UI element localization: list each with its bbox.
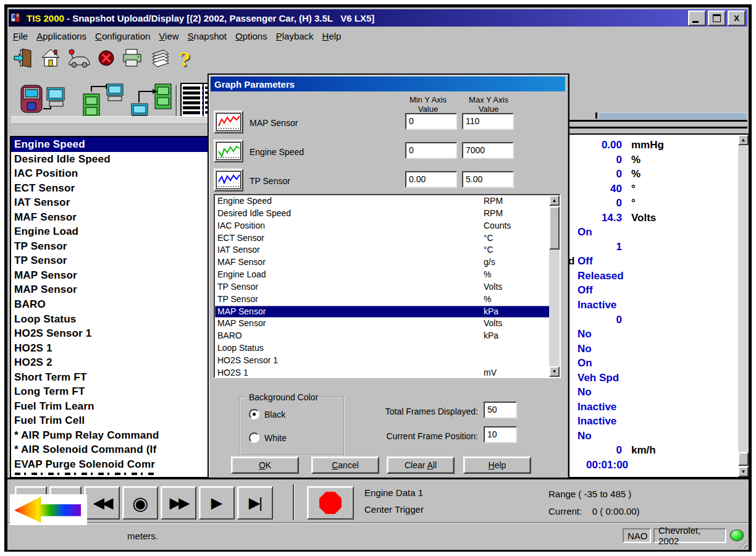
dialog-title-bar[interactable]: Graph Parameters	[211, 77, 565, 91]
value-panel-scrollbar[interactable]: ▲ ▼	[738, 135, 749, 477]
graph2-waveform-icon[interactable]	[214, 140, 243, 162]
app-icon	[11, 13, 23, 23]
clear-all-button[interactable]: Clear All	[387, 457, 455, 474]
parameter-list-item[interactable]: HO2S 2	[11, 355, 209, 370]
parameter-select-item[interactable]: TP SensorVolts	[215, 281, 560, 293]
parameter-select-item[interactable]: Loop Status	[215, 342, 560, 355]
parameter-select-item[interactable]: ECT Sensor°C	[215, 232, 560, 245]
parameter-select-item[interactable]: IAC PositionCounts	[215, 220, 560, 232]
parameter-list-item[interactable]: Engine Speed	[11, 137, 209, 152]
parameter-list-item[interactable]: HO2S 1	[11, 341, 209, 356]
scrollbar-thumb[interactable]	[738, 452, 749, 466]
rewind-button[interactable]: ◀◀	[84, 486, 120, 520]
parameter-select-item[interactable]: HO2S Sensor 1	[215, 355, 560, 367]
play-button[interactable]: ▶	[199, 486, 235, 520]
parameter-list-item[interactable]: * AIR Pump Relay Command	[11, 428, 209, 443]
graph1-min-input[interactable]: 0	[405, 113, 457, 130]
radio-white[interactable]: White	[249, 432, 287, 443]
close-icon[interactable]: X	[728, 11, 746, 26]
parameter-list-item[interactable]: EVAP Purge Solenoid Comr	[11, 457, 209, 472]
record-button[interactable]: ◉	[122, 486, 158, 520]
parameter-select-item[interactable]: Engine SpeedRPM	[215, 195, 560, 208]
parameter-select-item[interactable]: MAF Sensorg/s	[215, 256, 560, 269]
tips-icon[interactable]	[150, 49, 171, 70]
graph3-max-input[interactable]: 5.00	[462, 171, 514, 188]
parameter-list-item[interactable]: * AIR Solenoid Command (If	[11, 442, 209, 457]
vehicle-select-icon[interactable]	[68, 48, 90, 71]
trigger-type: Center Trigger	[364, 504, 424, 515]
help-icon[interactable]: ?	[179, 49, 190, 70]
parameter-select-item[interactable]: Desired Idle SpeedRPM	[215, 208, 560, 220]
menu-item[interactable]: View	[159, 31, 178, 41]
parameter-list-item[interactable]: TP Sensor	[11, 239, 209, 254]
parameter-select-item[interactable]: MAP SensorVolts	[215, 318, 560, 330]
step-end-button[interactable]: ▶|	[237, 486, 273, 520]
parameter-list-item[interactable]: HO2S Sensor 1	[11, 326, 209, 341]
home-icon[interactable]	[41, 48, 60, 71]
menu-item[interactable]: Playback	[276, 31, 314, 41]
graph2-min-input[interactable]: 0	[405, 142, 457, 159]
parameter-list-item[interactable]: Long Term FT	[11, 384, 209, 399]
horizontal-scroll-strip[interactable]	[11, 116, 208, 124]
parameter-value: No	[578, 343, 592, 355]
parameter-select-item[interactable]: MAP SensorkPa	[215, 306, 560, 318]
parameter-select-item[interactable]: HO2S 1mV	[215, 367, 560, 378]
scroll-down-icon[interactable]: ▼	[738, 466, 749, 477]
menu-item[interactable]: Help	[322, 31, 342, 41]
radio-black-icon[interactable]	[249, 409, 259, 419]
parameter-list-item[interactable]: MAP Sensor	[11, 268, 209, 283]
parameter-list-item[interactable]: MAF Sensor	[11, 210, 209, 225]
dialog-list-scrollbar[interactable]: ▲ ▼	[549, 195, 560, 377]
upload-from-tech2-icon[interactable]	[20, 84, 74, 121]
menu-item[interactable]: Applications	[36, 31, 86, 41]
ok-button[interactable]: OK	[231, 457, 299, 474]
radio-white-icon[interactable]	[249, 432, 259, 443]
total-frames-input[interactable]: 50	[484, 402, 517, 418]
graph1-max-input[interactable]: 110	[462, 113, 514, 130]
parameter-list-item[interactable]: Loop Status	[11, 312, 209, 327]
parameter-list-item[interactable]: Engine Load	[11, 224, 209, 239]
cancel-button[interactable]: Cancel	[311, 457, 379, 474]
resize-grip[interactable]	[739, 540, 747, 549]
parameter-list-item[interactable]: Desired Idle Speed	[11, 152, 209, 167]
parameter-list-item[interactable]: BARO	[11, 297, 209, 312]
menu-item[interactable]: Snapshot	[188, 31, 227, 41]
graph2-max-input[interactable]: 7000	[462, 142, 514, 159]
menu-item[interactable]: Configuration	[95, 31, 150, 41]
menu-item[interactable]: File	[13, 31, 28, 41]
value-row: 00:01:00	[568, 458, 737, 473]
stop-icon[interactable]	[98, 49, 114, 70]
graph1-waveform-icon[interactable]	[214, 111, 243, 133]
menu-item[interactable]: Options	[235, 31, 267, 41]
scroll-up-icon[interactable]: ▲	[738, 135, 749, 145]
stop-button[interactable]	[307, 486, 354, 520]
parameter-list-item[interactable]: TP Sensor	[11, 253, 209, 268]
help-button[interactable]: Help	[463, 457, 531, 474]
value-row: 0%	[568, 167, 737, 182]
parameter-select-item[interactable]: IAT Sensor°C	[215, 244, 560, 256]
radio-black[interactable]: Black	[249, 409, 285, 419]
graph3-min-input[interactable]: 0.00	[405, 171, 457, 188]
parameter-list-item[interactable]: Fuel Trim Learn	[11, 399, 209, 414]
parameter-list-item[interactable]: Short Term FT	[11, 370, 209, 385]
current-frame-input[interactable]: 10	[484, 426, 517, 443]
scrollbar-thumb[interactable]	[549, 206, 560, 250]
parameter-list-item[interactable]: IAT Sensor	[11, 195, 209, 210]
scroll-down-icon[interactable]: ▼	[549, 366, 560, 377]
parameter-list-item[interactable]: Fuel Trim Cell	[11, 413, 209, 428]
parameter-list-item[interactable]: IAC Position	[11, 166, 209, 181]
parameter-select-item[interactable]: TP Sensor%	[215, 293, 560, 306]
parameter-select-item[interactable]: BAROkPa	[215, 330, 560, 342]
parameter-list-item[interactable]: MAP Sensor	[11, 282, 209, 297]
scroll-up-icon[interactable]: ▲	[549, 195, 560, 206]
value-row: 40°	[568, 182, 737, 196]
toolbar-separator	[175, 85, 177, 117]
graph3-waveform-icon[interactable]	[214, 169, 243, 192]
minimize-button[interactable]	[688, 11, 706, 26]
exit-icon[interactable]	[14, 48, 33, 71]
maximize-button[interactable]	[708, 11, 726, 26]
parameter-select-item[interactable]: Engine Load%	[215, 269, 560, 281]
print-icon[interactable]	[122, 48, 142, 70]
fast-forward-button[interactable]: ▶▶	[161, 486, 196, 520]
parameter-list-item[interactable]: ECT Sensor	[11, 181, 209, 196]
